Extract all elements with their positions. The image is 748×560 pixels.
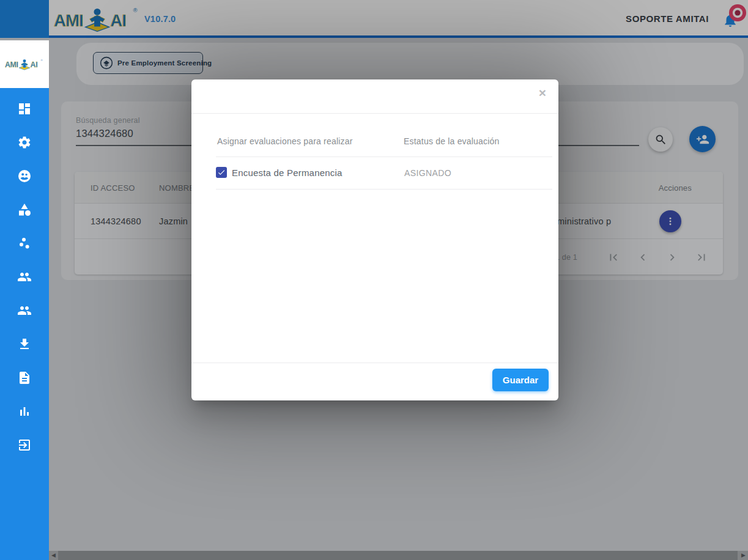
- settings-gear-icon: [17, 135, 32, 150]
- sidebar-nav: AMI AI ®: [0, 40, 49, 560]
- people-icon: [17, 303, 32, 318]
- people-icon: [17, 270, 32, 284]
- sidebar-item-users-circle[interactable]: [0, 159, 49, 193]
- sidebar-item-people-2[interactable]: [0, 293, 49, 327]
- logout-icon: [17, 438, 32, 452]
- amitai-logo-small: AMI AI ®: [5, 57, 44, 71]
- sidebar-item-downloads[interactable]: [0, 327, 49, 361]
- svg-text:®: ®: [40, 59, 43, 62]
- sidebar-item-logout[interactable]: [0, 428, 49, 462]
- sidebar-item-reports[interactable]: [0, 394, 49, 428]
- bar-chart-icon: [17, 404, 32, 419]
- sidebar-item-dashboard[interactable]: [0, 92, 49, 125]
- row-divider: [216, 189, 552, 190]
- column-header-assign: Asignar evaluaciones para realizar: [217, 136, 353, 146]
- scatter-dots-icon: [17, 236, 32, 251]
- column-divider: [216, 157, 552, 157]
- sidebar-item-settings[interactable]: [0, 125, 49, 159]
- category-shapes-icon: [17, 202, 32, 217]
- sidebar-item-scatter[interactable]: [0, 226, 49, 260]
- download-icon: [17, 337, 32, 352]
- column-header-status: Estatus de la evaluación: [404, 136, 500, 146]
- save-button[interactable]: Guardar: [492, 369, 549, 391]
- svg-text:AI: AI: [31, 61, 38, 69]
- sidebar-item-people-1[interactable]: [0, 260, 49, 293]
- assign-evaluations-dialog: × Asignar evaluaciones para realizar Est…: [191, 79, 558, 400]
- evaluation-checkbox[interactable]: [216, 167, 227, 178]
- app-window: AMI AI ® V10.7.0 SOPORTE AMITAI P: [0, 0, 748, 560]
- sidebar-item-categories[interactable]: [0, 193, 49, 226]
- sidebar-menu: [0, 88, 49, 462]
- close-icon[interactable]: ×: [535, 86, 550, 100]
- dashboard-icon: [17, 101, 32, 116]
- evaluation-label: Encuesta de Permanencia: [232, 168, 343, 178]
- sidebar-item-documents[interactable]: [0, 361, 49, 394]
- dialog-header-divider: [191, 113, 558, 114]
- svg-text:AMI: AMI: [5, 61, 18, 69]
- evaluation-status-badge: ASIGNADO: [404, 168, 451, 178]
- users-circle-icon: [17, 169, 32, 183]
- document-icon: [17, 370, 32, 385]
- footer-divider: [191, 363, 558, 363]
- sidebar-logo-box: AMI AI ®: [0, 40, 49, 88]
- checkmark-icon: [217, 168, 226, 177]
